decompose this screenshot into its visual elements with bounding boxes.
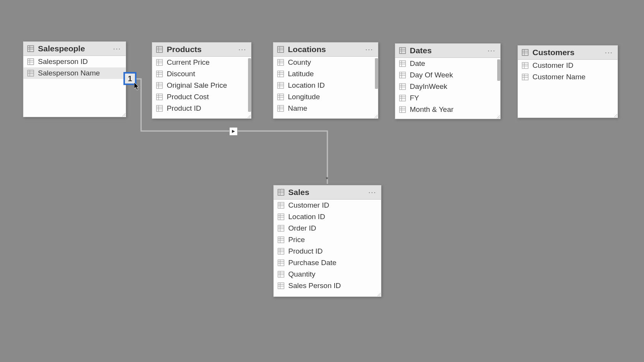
field-row[interactable]: Sales Person ID [274, 280, 381, 292]
field-row[interactable]: Original Sale Price [152, 80, 251, 91]
more-options-icon[interactable]: ··· [237, 46, 248, 54]
column-icon [278, 236, 284, 243]
table-header[interactable]: Sales ··· [274, 185, 381, 200]
svg-line-38 [248, 115, 251, 118]
field-row[interactable]: Discount [152, 68, 251, 80]
field-row[interactable]: Purchase Date [274, 257, 381, 269]
table-salespeople[interactable]: Salespeople ··· Salesperson ID Salespers… [23, 41, 126, 117]
column-icon [27, 58, 34, 65]
svg-rect-14 [156, 46, 163, 52]
table-icon [156, 46, 163, 53]
field-row[interactable]: Price [274, 234, 381, 246]
table-header[interactable]: Salespeople ··· [23, 42, 126, 56]
scrollbar-thumb[interactable] [497, 59, 500, 81]
column-icon [27, 70, 34, 77]
field-row[interactable]: Day Of Week [395, 69, 500, 81]
svg-rect-60 [278, 105, 284, 111]
table-customers[interactable]: Customers ··· Customer ID Customer Name [518, 45, 618, 118]
column-icon [278, 248, 284, 255]
field-row[interactable]: Customer ID [518, 60, 618, 71]
field-row[interactable]: Salesperson Name [23, 67, 126, 79]
field-name: Original Sale Price [167, 81, 227, 90]
field-row[interactable]: Customer Name [518, 71, 618, 83]
resize-handle-icon[interactable] [374, 114, 378, 118]
field-row[interactable]: Product ID [274, 246, 381, 257]
svg-line-39 [249, 116, 251, 118]
field-row[interactable]: Name [273, 103, 378, 114]
column-icon [278, 259, 284, 266]
table-icon [399, 47, 406, 54]
column-icon [522, 74, 529, 80]
more-options-icon[interactable]: ··· [486, 47, 497, 55]
svg-rect-138 [278, 283, 284, 289]
svg-rect-86 [399, 106, 406, 113]
field-row[interactable]: Current Price [152, 57, 251, 68]
resize-handle-icon[interactable] [496, 115, 500, 118]
field-name: Price [288, 236, 305, 244]
resize-handle-icon[interactable] [247, 114, 251, 118]
table-title: Locations [288, 45, 364, 54]
field-name: Location ID [288, 213, 325, 221]
field-row[interactable]: Latitude [273, 68, 378, 80]
column-icon [277, 59, 284, 66]
field-row[interactable]: FY [395, 92, 500, 104]
field-name: Purchase Date [288, 259, 337, 267]
column-icon [278, 282, 284, 289]
field-row[interactable]: Longitude [273, 91, 378, 103]
column-icon [156, 70, 163, 77]
field-name: Discount [167, 70, 195, 78]
resize-handle-icon[interactable] [122, 113, 125, 116]
svg-rect-66 [399, 48, 406, 54]
field-row[interactable]: Product ID [152, 103, 251, 114]
field-row[interactable]: Customer ID [274, 200, 381, 211]
table-dates[interactable]: Dates ··· Date Day Of Week DayInWeek FY … [395, 43, 501, 119]
field-row[interactable]: Product Cost [152, 91, 251, 103]
field-row[interactable]: Month & Year [395, 104, 500, 115]
table-title: Salespeople [38, 44, 112, 53]
field-row[interactable]: Order ID [274, 223, 381, 234]
column-icon [277, 70, 284, 77]
resize-handle-icon[interactable] [613, 113, 617, 117]
field-row[interactable]: Date [395, 58, 500, 69]
svg-rect-92 [522, 49, 528, 56]
svg-line-142 [378, 293, 381, 296]
table-header[interactable]: Dates ··· [395, 44, 500, 58]
field-row[interactable]: DayInWeek [395, 81, 500, 92]
column-icon [277, 105, 284, 112]
svg-line-13 [124, 115, 125, 116]
more-options-icon[interactable]: ··· [367, 188, 378, 197]
field-row[interactable]: County [273, 57, 378, 68]
table-header[interactable]: Customers ··· [518, 46, 618, 60]
table-products[interactable]: Products ··· Current Price Discount Orig… [152, 42, 251, 119]
cardinality-one-badge[interactable]: 1 [123, 72, 136, 85]
column-icon [156, 93, 163, 100]
field-name: Product ID [167, 104, 201, 113]
play-arrow-icon [232, 129, 235, 133]
table-header[interactable]: Products ··· [152, 43, 251, 57]
table-title: Products [167, 45, 237, 54]
table-header[interactable]: Locations ··· [273, 43, 378, 57]
scrollbar-thumb[interactable] [375, 58, 378, 89]
svg-line-64 [375, 115, 378, 118]
more-options-icon[interactable]: ··· [364, 46, 375, 54]
svg-rect-126 [278, 248, 284, 254]
model-canvas[interactable]: Salespeople ··· Salesperson ID Salespers… [0, 0, 644, 362]
filter-direction-icon[interactable] [229, 127, 238, 136]
svg-rect-26 [156, 82, 163, 88]
resize-handle-icon[interactable] [377, 292, 381, 296]
scrollbar-thumb[interactable] [248, 58, 251, 112]
svg-rect-74 [399, 72, 406, 78]
field-name: Latitude [288, 70, 314, 78]
field-name: Day Of Week [410, 71, 453, 79]
svg-rect-130 [278, 260, 284, 266]
table-icon [27, 45, 34, 52]
field-row[interactable]: Location ID [274, 211, 381, 223]
table-sales[interactable]: Sales ··· Customer ID Location ID Order … [273, 185, 381, 297]
table-locations[interactable]: Locations ··· County Latitude Location I… [273, 42, 378, 119]
more-options-icon[interactable]: ··· [603, 49, 614, 57]
field-row[interactable]: Salesperson ID [23, 56, 126, 67]
field-list: County Latitude Location ID Longitude Na… [273, 57, 378, 114]
more-options-icon[interactable]: ··· [112, 45, 123, 53]
field-row[interactable]: Quantity [274, 269, 381, 280]
field-row[interactable]: Location ID [273, 80, 378, 91]
